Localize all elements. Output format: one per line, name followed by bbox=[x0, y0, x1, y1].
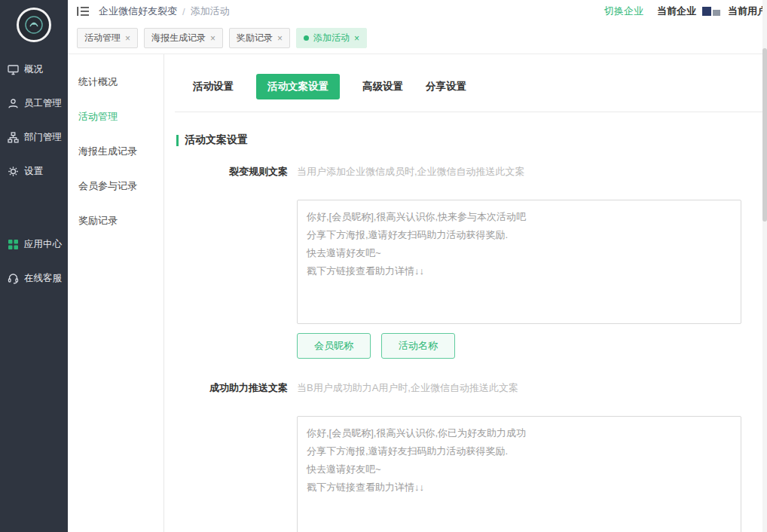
app-logo bbox=[0, 0, 68, 53]
breadcrumb-root[interactable]: 企业微信好友裂变 bbox=[99, 5, 177, 18]
sidebar-item-label: 在线客服 bbox=[24, 272, 62, 285]
sidebar-item-label: 设置 bbox=[24, 165, 43, 178]
activity-name-button[interactable]: 活动名称 bbox=[381, 333, 455, 359]
sidebar-item-label: 概况 bbox=[24, 63, 43, 76]
top-header: 企业微信好友裂变 / 添加活动 切换企业 当前企业 当前用户 bbox=[68, 0, 767, 23]
tab-close-icon[interactable]: × bbox=[210, 33, 215, 44]
field-hint: 当B用户成功助力A用户时,企业微信自动推送此文案 bbox=[297, 381, 741, 395]
dashboard-icon bbox=[8, 64, 19, 75]
breadcrumb-separator: / bbox=[182, 6, 185, 17]
settings-icon bbox=[8, 166, 19, 177]
field-hint: 当用户添加企业微信成员时,企业微信自动推送此文案 bbox=[297, 165, 741, 179]
logo-icon bbox=[17, 8, 51, 42]
scrollbar-thumb[interactable] bbox=[762, 48, 767, 222]
departments-icon bbox=[8, 132, 19, 143]
tab-close-icon[interactable]: × bbox=[277, 33, 283, 44]
section-title-text: 活动文案设置 bbox=[185, 133, 248, 147]
submenu-item-reward-records[interactable]: 奖励记录 bbox=[68, 203, 163, 238]
sidebar-item-label: 应用中心 bbox=[24, 238, 62, 251]
submenu-item-member-participation[interactable]: 会员参与记录 bbox=[68, 169, 163, 203]
field-label: 裂变规则文案 bbox=[175, 165, 288, 179]
main-sidebar: 概况 员工管理 部门管理 设置 应用中心 在线客服 bbox=[0, 0, 68, 532]
main-content: 活动设置 活动文案设置 高级设置 分享设置 活动文案设置 裂变规则文案 当用户添… bbox=[164, 54, 767, 532]
tab-label: 海报生成记录 bbox=[151, 32, 206, 44]
sidebar-item-label: 部门管理 bbox=[24, 131, 62, 144]
tab-close-icon[interactable]: × bbox=[125, 33, 130, 44]
field-fission-rule-copy: 裂变规则文案 当用户添加企业微信成员时,企业微信自动推送此文案 会员昵称 活动名… bbox=[175, 165, 767, 359]
assist-success-copy-textarea[interactable] bbox=[297, 416, 741, 532]
tab-add-activity[interactable]: 添加活动 × bbox=[296, 28, 367, 48]
fission-rule-copy-textarea[interactable] bbox=[297, 200, 741, 324]
breadcrumb-current: 添加活动 bbox=[191, 5, 230, 18]
settings-tabs: 活动设置 活动文案设置 高级设置 分享设置 bbox=[175, 54, 767, 112]
tab-poster-records[interactable]: 海报生成记录 × bbox=[144, 28, 223, 48]
field-label: 成功助力推送文案 bbox=[175, 381, 288, 395]
switch-company-link[interactable]: 切换企业 bbox=[604, 5, 643, 18]
current-user-label: 当前用户 bbox=[728, 5, 767, 18]
customer-service-icon bbox=[8, 273, 19, 284]
section-title: 活动文案设置 bbox=[176, 133, 767, 147]
field-assist-success-copy: 成功助力推送文案 当B用户成功助力A用户时,企业微信自动推送此文案 会员昵称 助… bbox=[175, 381, 767, 532]
app-center-icon bbox=[8, 239, 19, 250]
tab-label: 添加活动 bbox=[313, 32, 350, 44]
sidebar-item-departments[interactable]: 部门管理 bbox=[0, 121, 68, 154]
app-window: 概况 员工管理 部门管理 设置 应用中心 在线客服 bbox=[0, 0, 767, 532]
employees-icon bbox=[8, 98, 19, 109]
company-logo bbox=[702, 7, 720, 16]
tab-label: 活动管理 bbox=[84, 32, 121, 44]
tab-advanced-settings[interactable]: 高级设置 bbox=[362, 74, 403, 99]
member-nickname-button[interactable]: 会员昵称 bbox=[297, 333, 371, 359]
sidebar-divider bbox=[0, 188, 68, 228]
sidebar-item-label: 员工管理 bbox=[24, 97, 62, 110]
open-tabs-bar: 活动管理 × 海报生成记录 × 奖励记录 × 添加活动 × bbox=[68, 23, 767, 54]
insert-variable-buttons: 会员昵称 活动名称 bbox=[297, 333, 741, 359]
sidebar-item-settings[interactable]: 设置 bbox=[0, 154, 68, 188]
page-scrollbar[interactable] bbox=[762, 0, 767, 532]
sidebar-item-app-center[interactable]: 应用中心 bbox=[0, 228, 68, 261]
tab-activity-settings[interactable]: 活动设置 bbox=[193, 74, 234, 99]
module-submenu: 统计概况 活动管理 海报生成记录 会员参与记录 奖励记录 bbox=[68, 54, 164, 532]
sidebar-item-employees[interactable]: 员工管理 bbox=[0, 87, 68, 121]
tab-reward-records[interactable]: 奖励记录 × bbox=[229, 28, 290, 48]
tab-activity-management[interactable]: 活动管理 × bbox=[77, 28, 138, 48]
tab-share-settings[interactable]: 分享设置 bbox=[426, 74, 466, 99]
current-company-label: 当前企业 bbox=[657, 5, 696, 18]
tab-label: 奖励记录 bbox=[237, 32, 273, 44]
active-dot-icon bbox=[304, 35, 309, 41]
sidebar-item-overview[interactable]: 概况 bbox=[0, 53, 68, 87]
collapse-menu-icon[interactable] bbox=[77, 6, 90, 17]
tab-close-icon[interactable]: × bbox=[354, 33, 359, 44]
submenu-item-activity-management[interactable]: 活动管理 bbox=[68, 99, 163, 134]
sidebar-item-customer-service[interactable]: 在线客服 bbox=[0, 261, 68, 295]
section-bar-icon bbox=[176, 135, 179, 146]
submenu-item-statistics[interactable]: 统计概况 bbox=[68, 65, 163, 99]
submenu-item-poster-records[interactable]: 海报生成记录 bbox=[68, 134, 163, 169]
tab-copywriting-settings[interactable]: 活动文案设置 bbox=[256, 74, 340, 99]
